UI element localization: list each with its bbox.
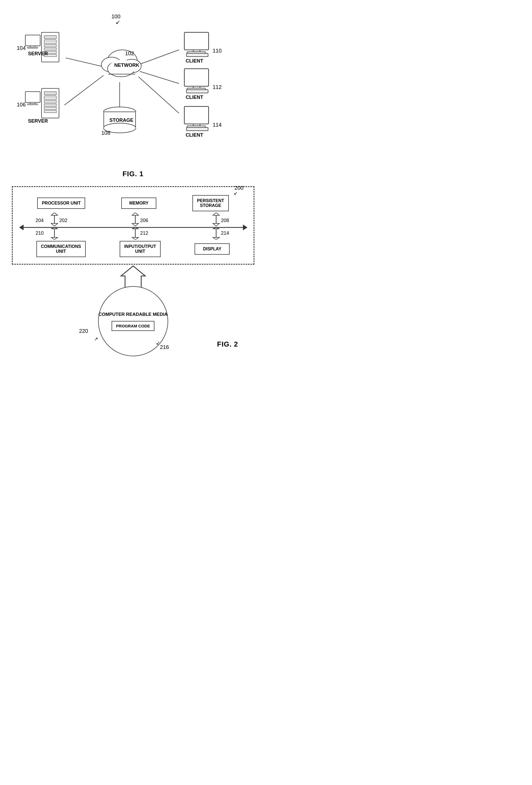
svg-text:112: 112 (213, 84, 222, 90)
svg-text:CLIENT: CLIENT (186, 58, 203, 64)
ref-220-label: 220 (79, 328, 88, 334)
svg-line-0 (66, 58, 106, 67)
svg-marker-78 (213, 223, 219, 226)
svg-text:106: 106 (17, 102, 26, 107)
svg-marker-82 (243, 225, 247, 230)
input-output-unit-box: INPUT/OUTPUT UNIT (120, 241, 161, 257)
svg-rect-53 (184, 69, 209, 86)
svg-rect-20 (44, 48, 56, 50)
svg-text:108: 108 (101, 130, 110, 136)
communications-unit-box: COMMUNICATIONS UNIT (36, 241, 86, 257)
svg-rect-25 (25, 92, 40, 102)
svg-rect-14 (27, 47, 38, 48)
svg-text:CLIENT: CLIENT (186, 95, 203, 100)
svg-marker-95 (121, 266, 145, 287)
svg-rect-47 (184, 32, 209, 50)
svg-text:204: 204 (35, 218, 44, 223)
main-dashed-box: PROCESSOR UNIT MEMORY PERSISTENT STORAGE… (12, 186, 254, 264)
svg-rect-19 (44, 45, 56, 47)
svg-rect-60 (193, 124, 200, 126)
svg-text:206: 206 (140, 218, 148, 223)
svg-rect-34 (44, 107, 56, 109)
svg-text:110: 110 (213, 48, 222, 54)
processor-unit-box: PROCESSOR UNIT (37, 198, 85, 209)
svg-text:NETWORK: NETWORK (114, 62, 139, 68)
upward-arrow-svg: 218 (120, 264, 147, 289)
bottom-row: COMMUNICATIONS UNIT INPUT/OUTPUT UNIT DI… (19, 241, 247, 257)
svg-rect-27 (27, 104, 38, 105)
svg-text:210: 210 (35, 230, 44, 236)
circle-container: COMPUTER READABLE MEDIA PROGRAM CODE 220… (6, 286, 260, 356)
svg-rect-35 (44, 110, 56, 112)
svg-marker-77 (213, 212, 219, 215)
svg-marker-73 (132, 212, 138, 215)
upward-arrow-container: 218 (6, 264, 260, 289)
svg-marker-93 (213, 237, 219, 239)
svg-text:SERVER: SERVER (28, 118, 48, 124)
svg-text:114: 114 (213, 122, 222, 128)
svg-marker-68 (51, 212, 58, 215)
svg-rect-29 (44, 92, 56, 95)
svg-rect-12 (25, 35, 40, 46)
svg-rect-62 (186, 127, 208, 131)
page: 100 ↙ (0, 0, 266, 392)
svg-rect-32 (44, 101, 56, 103)
top-row: PROCESSOR UNIT MEMORY PERSISTENT STORAGE (19, 195, 247, 211)
svg-text:202: 202 (59, 218, 67, 223)
svg-marker-85 (51, 237, 58, 239)
svg-rect-59 (184, 106, 209, 124)
fig2-diagram: 200 ↙ PROCESSOR UNIT MEMORY PERSISTENT S… (6, 186, 260, 349)
svg-rect-50 (186, 53, 208, 57)
svg-rect-56 (186, 90, 208, 93)
svg-line-1 (65, 75, 103, 105)
svg-text:208: 208 (221, 218, 229, 223)
svg-line-5 (138, 77, 179, 113)
svg-rect-16 (44, 35, 56, 39)
svg-rect-48 (193, 50, 200, 52)
svg-text:102: 102 (125, 50, 134, 56)
svg-marker-89 (132, 237, 138, 239)
display-box: DISPLAY (195, 243, 230, 255)
svg-text:SERVER: SERVER (28, 51, 48, 56)
fig1-diagram: 100 ↙ (6, 11, 260, 173)
svg-line-3 (138, 50, 179, 65)
memory-box: MEMORY (121, 198, 156, 209)
svg-text:STORAGE: STORAGE (109, 118, 133, 123)
svg-line-4 (140, 71, 179, 83)
bus-svg: 204 202 206 208 (19, 212, 251, 239)
svg-text:104: 104 (17, 45, 26, 51)
fig1-svg: SERVER 104 SERVER 106 (6, 11, 260, 164)
svg-text:214: 214 (221, 230, 229, 236)
svg-rect-33 (44, 104, 56, 106)
persistent-storage-box: PERSISTENT STORAGE (193, 195, 229, 211)
svg-marker-74 (132, 223, 138, 226)
ref-216-label: 216 (160, 344, 169, 350)
svg-marker-69 (51, 223, 58, 226)
svg-text:212: 212 (140, 230, 148, 236)
svg-text:CLIENT: CLIENT (186, 132, 203, 138)
program-code-box: PROGRAM CODE (111, 321, 155, 331)
svg-marker-81 (19, 225, 23, 230)
computer-readable-media-label: COMPUTER READABLE MEDIA (99, 311, 168, 318)
svg-rect-54 (193, 86, 200, 88)
